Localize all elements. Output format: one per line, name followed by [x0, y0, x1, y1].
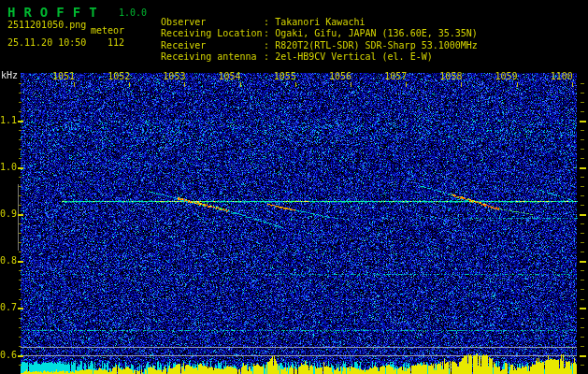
time-axis-label: 1058 — [432, 71, 469, 81]
info-sep: : — [264, 51, 275, 62]
info-value: 2el-HB9CV Vertical (el. E-W) — [275, 51, 433, 62]
time-axis-label: 1057 — [377, 71, 414, 81]
hrofft-output-image: HROFFT 1.0.0 2511201050.png meteor 25.11… — [0, 0, 588, 374]
freq-axis-label: 1.0 — [0, 162, 17, 172]
output-filename: 2511201050.png — [7, 20, 86, 30]
time-axis-label: 1053 — [155, 71, 193, 81]
time-axis-label: 1052 — [100, 71, 137, 81]
time-axis-label: 1051 — [45, 71, 82, 81]
time-axis-label: 1055 — [266, 71, 304, 81]
time-axis-label: 1100 — [543, 71, 581, 81]
time-axis-label: 1054 — [211, 71, 249, 81]
freq-axis-label: 0.7 — [0, 302, 17, 312]
date-time: 25.11.20 10:50 — [7, 37, 86, 48]
info-row-antenna: Receiving antenna: 2el-HB9CV Vertical (e… — [138, 41, 433, 72]
freq-axis-label: 0.8 — [0, 255, 17, 266]
freq-axis-label: 0.9 — [0, 209, 17, 219]
freq-axis-label: 1.1 — [0, 115, 17, 125]
time-axis-label: 1056 — [322, 71, 359, 81]
app-title: HROFFT — [7, 5, 106, 20]
mode-label: meteor — [79, 25, 124, 36]
freq-unit-label: kHz — [1, 70, 18, 80]
info-label: Receiving antenna — [161, 51, 264, 62]
echo-counter: 112 — [79, 37, 124, 48]
freq-axis-label: 0.6 — [0, 350, 17, 360]
time-axis-label: 1059 — [488, 71, 525, 81]
